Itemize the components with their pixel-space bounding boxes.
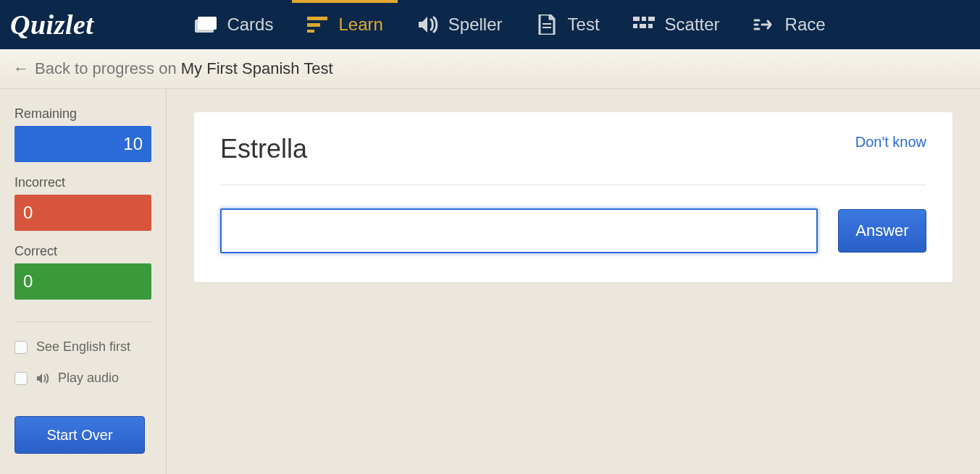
prompt-word: Estrella (220, 134, 307, 164)
svg-rect-4 (307, 30, 314, 33)
svg-rect-9 (648, 17, 655, 21)
svg-rect-11 (640, 24, 646, 28)
option-see-english[interactable]: See English first (14, 339, 151, 355)
nav-label: Test (568, 14, 600, 35)
set-name: My First Spanish Test (181, 59, 333, 77)
nav-label: Scatter (665, 14, 720, 35)
cards-icon (195, 15, 217, 34)
nav-label: Speller (448, 14, 503, 35)
logo[interactable]: Quizlet (10, 9, 93, 41)
svg-rect-6 (543, 27, 551, 28)
option-play-audio[interactable]: Play audio (14, 371, 151, 386)
svg-rect-12 (648, 24, 653, 28)
speller-icon (416, 15, 438, 34)
dont-know-link[interactable]: Don't know (855, 134, 926, 151)
answer-input[interactable] (220, 208, 818, 253)
nav-label: Learn (338, 14, 382, 35)
nav-label: Race (785, 14, 826, 35)
option-label: Play audio (58, 371, 119, 386)
nav-label: Cards (227, 14, 273, 35)
back-arrow-icon: ← (13, 59, 29, 78)
remaining-box: 10 (14, 126, 151, 162)
svg-rect-3 (307, 23, 320, 27)
learn-icon (306, 15, 328, 34)
correct-label: Correct (14, 244, 151, 259)
test-icon (536, 15, 558, 34)
sidebar: Remaining 10 Incorrect 0 Correct 0 See E… (0, 89, 167, 474)
nav-test[interactable]: Test (536, 0, 600, 49)
svg-rect-7 (633, 17, 640, 21)
correct-box: 0 (14, 263, 151, 300)
answer-button[interactable]: Answer (838, 209, 926, 253)
nav-cards[interactable]: Cards (195, 0, 273, 49)
divider (14, 321, 151, 322)
top-nav: Quizlet Cards Learn Speller Test (0, 0, 980, 49)
option-label: See English first (36, 339, 130, 355)
nav-speller[interactable]: Speller (416, 0, 503, 49)
breadcrumb: ← Back to progress on My First Spanish T… (0, 49, 980, 89)
remaining-label: Remaining (14, 106, 151, 122)
checkbox[interactable] (14, 372, 28, 385)
back-link[interactable]: Back to progress on My First Spanish Tes… (35, 59, 333, 78)
nav-items: Cards Learn Speller Test Scatter (195, 0, 825, 49)
audio-icon (36, 373, 49, 384)
scatter-icon (633, 15, 655, 34)
content: Estrella Don't know Answer (167, 89, 980, 474)
learn-card: Estrella Don't know Answer (194, 112, 952, 282)
svg-rect-1 (198, 17, 217, 30)
incorrect-label: Incorrect (14, 175, 151, 190)
nav-race[interactable]: Race (753, 0, 826, 49)
incorrect-box: 0 (14, 195, 151, 231)
nav-learn[interactable]: Learn (306, 0, 382, 49)
svg-rect-5 (543, 23, 551, 25)
start-over-button[interactable]: Start Over (14, 416, 145, 454)
svg-rect-8 (642, 17, 646, 21)
race-icon (753, 15, 775, 34)
svg-rect-2 (307, 17, 327, 20)
nav-scatter[interactable]: Scatter (633, 0, 720, 49)
svg-rect-10 (633, 24, 637, 28)
checkbox[interactable] (14, 341, 28, 354)
